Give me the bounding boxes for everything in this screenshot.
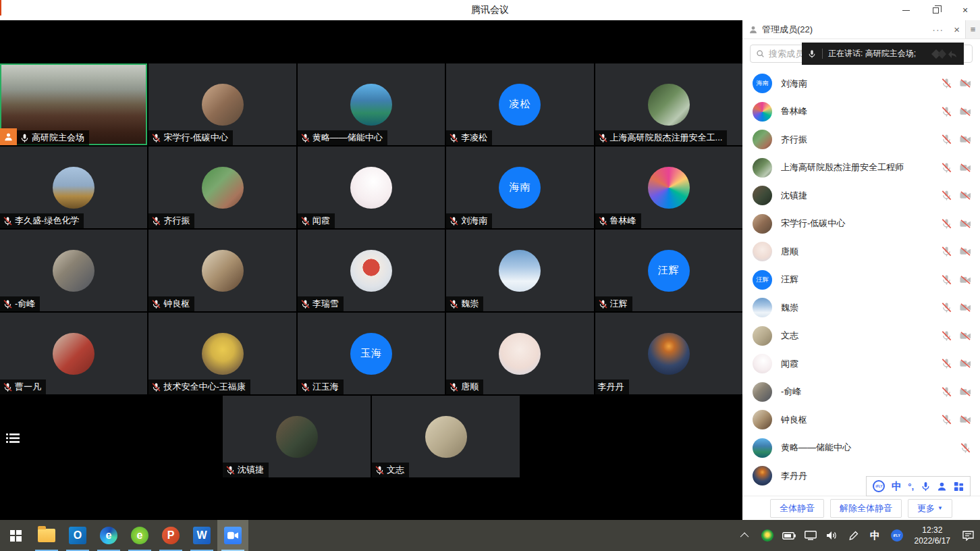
member-row[interactable]: 黄略——储能中心 <box>753 434 971 463</box>
video-tile[interactable]: 高研院主会场 <box>0 63 147 145</box>
video-tile[interactable]: 李久盛-绿色化学 <box>0 147 147 228</box>
member-mic-muted-icon[interactable] <box>941 246 952 257</box>
tray-antivirus-icon[interactable] <box>758 520 777 551</box>
layout-switch-button[interactable] <box>5 431 20 446</box>
tray-battery-icon[interactable] <box>780 520 798 551</box>
tray-chevron-up[interactable] <box>736 520 755 551</box>
member-mic-muted-icon[interactable] <box>941 78 952 89</box>
unmute-all-button[interactable]: 解除全体静音 <box>830 499 902 518</box>
video-tile[interactable]: 钟良枢 <box>148 230 296 311</box>
member-camera-off-icon[interactable] <box>960 134 971 145</box>
video-tile[interactable]: 魏崇 <box>446 230 593 311</box>
member-row[interactable]: 魏崇 <box>753 294 971 322</box>
member-mic-muted-icon[interactable] <box>941 134 952 145</box>
member-row[interactable]: 汪辉 汪辉 <box>753 266 971 294</box>
member-mic-muted-icon[interactable] <box>941 358 952 369</box>
member-row[interactable]: 上海高研院殷杰注册安全工程师 <box>753 154 971 182</box>
panel-more-button[interactable]: ··· <box>927 24 948 35</box>
tray-display-icon[interactable] <box>801 520 820 551</box>
member-camera-off-icon[interactable] <box>960 330 971 342</box>
close-button[interactable]: × <box>950 0 980 20</box>
tray-volume-icon[interactable] <box>823 520 842 551</box>
start-button[interactable] <box>0 520 31 551</box>
ime-language-toggle[interactable]: 中 <box>892 480 902 493</box>
maximize-restore-button[interactable] <box>921 0 950 20</box>
member-row[interactable]: 闻霞 <box>753 350 971 378</box>
taskbar-360-browser[interactable]: e <box>124 520 155 551</box>
ime-voice-input-icon[interactable] <box>921 481 931 492</box>
member-camera-off-icon[interactable] <box>960 106 971 117</box>
member-mic-muted-icon[interactable] <box>941 218 952 230</box>
member-mic-muted-icon[interactable] <box>941 414 952 425</box>
member-camera-off-icon[interactable] <box>960 358 971 369</box>
tile-name-label: 江玉海 <box>298 379 344 394</box>
video-tile[interactable]: 齐行振 <box>148 147 296 228</box>
video-tile[interactable]: 宋学行-低碳中心 <box>148 63 296 145</box>
video-tile[interactable]: -俞峰 <box>0 230 147 311</box>
video-tile[interactable]: 凌松 李凌松 <box>446 63 593 145</box>
member-camera-off-icon[interactable] <box>960 274 971 286</box>
video-tile[interactable]: 汪辉 汪辉 <box>595 230 742 311</box>
taskbar-word[interactable]: W <box>186 520 217 551</box>
member-camera-off-icon[interactable] <box>960 190 971 201</box>
video-tile[interactable]: 唐顺 <box>446 313 593 394</box>
member-row[interactable]: 宋学行-低碳中心 <box>753 210 971 238</box>
ime-toolbar[interactable]: iFLY 中 °, <box>866 476 971 496</box>
member-mic-muted-icon[interactable] <box>941 190 952 201</box>
video-tile[interactable]: 鲁林峰 <box>595 147 742 228</box>
tray-pen-icon[interactable] <box>844 520 863 551</box>
video-tile[interactable]: 黄略——储能中心 <box>298 63 445 145</box>
member-row[interactable]: 海南 刘海南 <box>753 70 971 98</box>
taskbar-clock[interactable]: 12:32 2022/6/17 <box>909 525 956 546</box>
ifly-logo-icon[interactable]: iFLY <box>873 480 885 492</box>
member-mic-muted-icon[interactable] <box>941 386 952 398</box>
notification-center-icon[interactable] <box>958 520 977 551</box>
member-camera-off-icon[interactable] <box>960 78 971 89</box>
member-mic-muted-icon[interactable] <box>941 274 952 286</box>
member-row[interactable]: 唐顺 <box>753 238 971 266</box>
video-tile[interactable]: 李丹丹 <box>595 313 742 394</box>
member-camera-off-icon[interactable] <box>960 162 971 174</box>
taskbar-tencent-meeting-active[interactable] <box>217 520 248 551</box>
member-mic-muted-icon[interactable] <box>960 442 971 454</box>
member-row[interactable]: 钟良枢 <box>753 406 971 434</box>
member-camera-off-icon[interactable] <box>960 246 971 257</box>
taskbar-file-explorer[interactable] <box>31 520 62 551</box>
taskbar-outlook[interactable]: O <box>62 520 93 551</box>
member-camera-off-icon[interactable] <box>960 386 971 398</box>
panel-close-button[interactable]: × <box>948 24 965 35</box>
video-tile[interactable]: 文志 <box>372 396 520 477</box>
more-actions-button[interactable]: 更多 ▼ <box>908 499 952 518</box>
member-row[interactable]: 鲁林峰 <box>753 98 971 126</box>
video-tile[interactable]: 上海高研院殷杰注册安全工... <box>595 63 742 145</box>
member-row[interactable]: 文志 <box>753 322 971 350</box>
member-mic-muted-icon[interactable] <box>941 302 952 313</box>
member-row[interactable]: 沈镇捷 <box>753 182 971 210</box>
member-mic-muted-icon[interactable] <box>941 106 952 117</box>
taskbar-edge[interactable]: e <box>93 520 124 551</box>
video-tile[interactable]: 技术安全中心-王福康 <box>148 313 296 394</box>
tray-language-indicator[interactable]: 中 <box>866 520 885 551</box>
mute-all-button[interactable]: 全体静音 <box>770 499 824 518</box>
video-tile[interactable]: 曹一凡 <box>0 313 147 394</box>
minimize-button[interactable] <box>891 0 921 20</box>
video-tile[interactable]: 闻霞 <box>298 147 445 228</box>
video-tile[interactable]: 沈镇捷 <box>223 396 371 477</box>
video-tile[interactable]: 海南 刘海南 <box>446 147 593 228</box>
ime-punctuation-toggle[interactable]: °, <box>908 481 914 492</box>
taskbar-powerpoint[interactable]: P <box>155 520 186 551</box>
ime-user-icon[interactable] <box>937 481 947 492</box>
video-tile[interactable]: 玉海 江玉海 <box>298 313 445 394</box>
member-mic-muted-icon[interactable] <box>941 330 952 342</box>
member-mic-muted-icon[interactable] <box>941 162 952 174</box>
panel-collapse-button[interactable]: ≡ <box>965 20 980 38</box>
member-camera-off-icon[interactable] <box>960 414 971 425</box>
member-camera-off-icon[interactable] <box>960 218 971 230</box>
ime-panel-grid-icon[interactable] <box>954 481 964 492</box>
member-camera-off-icon[interactable] <box>960 302 971 313</box>
member-name: 唐顺 <box>781 246 941 258</box>
video-tile[interactable]: 李瑞雪 <box>298 230 445 311</box>
member-row[interactable]: 齐行振 <box>753 126 971 154</box>
tray-ifly-icon[interactable]: iFLY <box>888 520 906 551</box>
member-row[interactable]: -俞峰 <box>753 378 971 406</box>
